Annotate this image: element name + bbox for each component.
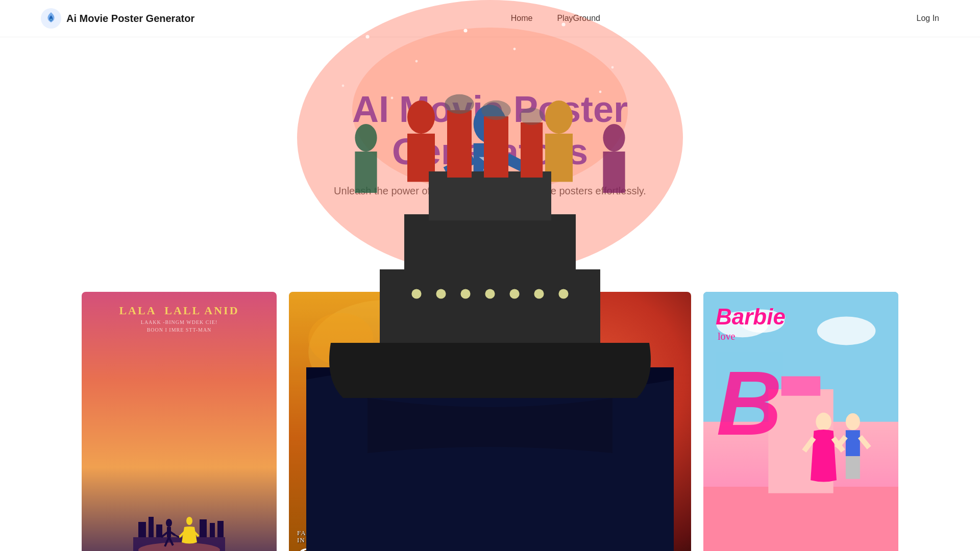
- barbie-logo: Barbie: [716, 304, 786, 330]
- gallery-section: LALA LALL ANID LAAKK -BINGM WDEK CIE! BO…: [0, 271, 980, 551]
